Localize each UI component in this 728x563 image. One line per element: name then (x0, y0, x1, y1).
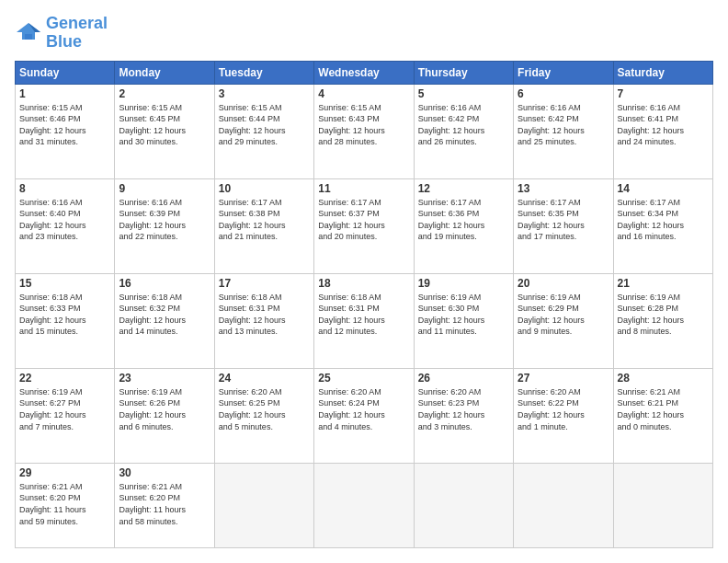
calendar-week: 1Sunrise: 6:15 AM Sunset: 6:46 PM Daylig… (16, 84, 713, 178)
dow-header: Saturday (613, 61, 712, 84)
day-info: Sunrise: 6:21 AM Sunset: 6:21 PM Dayligh… (618, 386, 709, 432)
day-number: 20 (518, 277, 609, 290)
day-info: Sunrise: 6:18 AM Sunset: 6:33 PM Dayligh… (19, 292, 110, 338)
calendar-cell: 7Sunrise: 6:16 AM Sunset: 6:41 PM Daylig… (613, 84, 712, 178)
calendar-cell: 30Sunrise: 6:21 AM Sunset: 6:20 PM Dayli… (115, 463, 214, 547)
calendar-cell: 11Sunrise: 6:17 AM Sunset: 6:37 PM Dayli… (314, 178, 414, 273)
calendar-cell: 19Sunrise: 6:19 AM Sunset: 6:30 PM Dayli… (414, 273, 513, 368)
day-info: Sunrise: 6:17 AM Sunset: 6:37 PM Dayligh… (318, 197, 409, 243)
logo: General Blue (15, 15, 108, 52)
day-info: Sunrise: 6:20 AM Sunset: 6:25 PM Dayligh… (219, 386, 310, 432)
dow-header: Wednesday (314, 61, 414, 84)
calendar-cell: 25Sunrise: 6:20 AM Sunset: 6:24 PM Dayli… (314, 368, 414, 463)
day-info: Sunrise: 6:19 AM Sunset: 6:29 PM Dayligh… (518, 292, 609, 338)
calendar-cell: 10Sunrise: 6:17 AM Sunset: 6:38 PM Dayli… (214, 178, 313, 273)
day-number: 30 (119, 466, 210, 479)
calendar-cell: 12Sunrise: 6:17 AM Sunset: 6:36 PM Dayli… (414, 178, 513, 273)
days-of-week-row: SundayMondayTuesdayWednesdayThursdayFrid… (16, 61, 713, 84)
page: General Blue SundayMondayTuesdayWednesda… (0, 0, 728, 563)
day-number: 11 (318, 182, 409, 195)
calendar-cell: 15Sunrise: 6:18 AM Sunset: 6:33 PM Dayli… (16, 273, 115, 368)
day-info: Sunrise: 6:16 AM Sunset: 6:41 PM Dayligh… (618, 102, 709, 148)
day-number: 13 (518, 182, 609, 195)
calendar-cell: 4Sunrise: 6:15 AM Sunset: 6:43 PM Daylig… (314, 84, 414, 178)
calendar-cell: 8Sunrise: 6:16 AM Sunset: 6:40 PM Daylig… (16, 178, 115, 273)
day-number: 12 (418, 182, 509, 195)
day-info: Sunrise: 6:16 AM Sunset: 6:42 PM Dayligh… (418, 102, 509, 148)
calendar-cell (613, 463, 712, 547)
day-info: Sunrise: 6:18 AM Sunset: 6:31 PM Dayligh… (219, 292, 310, 338)
day-number: 17 (219, 277, 310, 290)
day-number: 2 (119, 87, 210, 100)
day-info: Sunrise: 6:20 AM Sunset: 6:23 PM Dayligh… (418, 386, 509, 432)
day-info: Sunrise: 6:17 AM Sunset: 6:35 PM Dayligh… (518, 197, 609, 243)
calendar-cell: 23Sunrise: 6:19 AM Sunset: 6:26 PM Dayli… (115, 368, 214, 463)
dow-header: Friday (514, 61, 613, 84)
calendar-cell: 14Sunrise: 6:17 AM Sunset: 6:34 PM Dayli… (613, 178, 712, 273)
day-number: 14 (618, 182, 709, 195)
calendar-week: 29Sunrise: 6:21 AM Sunset: 6:20 PM Dayli… (16, 463, 713, 547)
day-number: 10 (219, 182, 310, 195)
day-info: Sunrise: 6:18 AM Sunset: 6:31 PM Dayligh… (318, 292, 409, 338)
day-info: Sunrise: 6:17 AM Sunset: 6:38 PM Dayligh… (219, 197, 310, 243)
day-info: Sunrise: 6:15 AM Sunset: 6:45 PM Dayligh… (119, 102, 210, 148)
day-number: 6 (518, 87, 609, 100)
calendar-cell: 6Sunrise: 6:16 AM Sunset: 6:42 PM Daylig… (514, 84, 613, 178)
dow-header: Tuesday (214, 61, 313, 84)
day-info: Sunrise: 6:17 AM Sunset: 6:34 PM Dayligh… (618, 197, 709, 243)
calendar-cell: 22Sunrise: 6:19 AM Sunset: 6:27 PM Dayli… (16, 368, 115, 463)
day-info: Sunrise: 6:19 AM Sunset: 6:26 PM Dayligh… (119, 386, 210, 432)
day-number: 9 (119, 182, 210, 195)
day-info: Sunrise: 6:16 AM Sunset: 6:40 PM Dayligh… (19, 197, 110, 243)
day-info: Sunrise: 6:16 AM Sunset: 6:42 PM Dayligh… (518, 102, 609, 148)
calendar-cell (414, 463, 513, 547)
day-info: Sunrise: 6:18 AM Sunset: 6:32 PM Dayligh… (119, 292, 210, 338)
calendar-cell: 29Sunrise: 6:21 AM Sunset: 6:20 PM Dayli… (16, 463, 115, 547)
day-number: 3 (219, 87, 310, 100)
calendar-cell: 3Sunrise: 6:15 AM Sunset: 6:44 PM Daylig… (214, 84, 313, 178)
calendar-cell: 21Sunrise: 6:19 AM Sunset: 6:28 PM Dayli… (613, 273, 712, 368)
day-number: 26 (418, 372, 509, 385)
day-number: 22 (19, 372, 110, 385)
day-info: Sunrise: 6:17 AM Sunset: 6:36 PM Dayligh… (418, 197, 509, 243)
day-number: 27 (518, 372, 609, 385)
day-number: 28 (618, 372, 709, 385)
day-number: 25 (318, 372, 409, 385)
dow-header: Sunday (16, 61, 115, 84)
logo-text: General Blue (46, 15, 108, 52)
day-number: 21 (618, 277, 709, 290)
calendar-week: 8Sunrise: 6:16 AM Sunset: 6:40 PM Daylig… (16, 178, 713, 273)
calendar-cell (314, 463, 414, 547)
calendar-week: 15Sunrise: 6:18 AM Sunset: 6:33 PM Dayli… (16, 273, 713, 368)
day-number: 4 (318, 87, 409, 100)
day-info: Sunrise: 6:15 AM Sunset: 6:46 PM Dayligh… (19, 102, 110, 148)
day-info: Sunrise: 6:15 AM Sunset: 6:43 PM Dayligh… (318, 102, 409, 148)
day-number: 23 (119, 372, 210, 385)
day-info: Sunrise: 6:20 AM Sunset: 6:24 PM Dayligh… (318, 386, 409, 432)
calendar-cell (514, 463, 613, 547)
day-number: 18 (318, 277, 409, 290)
calendar-week: 22Sunrise: 6:19 AM Sunset: 6:27 PM Dayli… (16, 368, 713, 463)
day-number: 7 (618, 87, 709, 100)
calendar-cell: 5Sunrise: 6:16 AM Sunset: 6:42 PM Daylig… (414, 84, 513, 178)
calendar-cell: 28Sunrise: 6:21 AM Sunset: 6:21 PM Dayli… (613, 368, 712, 463)
logo-icon (15, 19, 42, 47)
day-number: 16 (119, 277, 210, 290)
calendar-table: SundayMondayTuesdayWednesdayThursdayFrid… (15, 61, 713, 548)
calendar-cell: 13Sunrise: 6:17 AM Sunset: 6:35 PM Dayli… (514, 178, 613, 273)
calendar-cell: 18Sunrise: 6:18 AM Sunset: 6:31 PM Dayli… (314, 273, 414, 368)
day-info: Sunrise: 6:15 AM Sunset: 6:44 PM Dayligh… (219, 102, 310, 148)
svg-rect-2 (25, 34, 32, 40)
day-number: 19 (418, 277, 509, 290)
calendar-cell: 27Sunrise: 6:20 AM Sunset: 6:22 PM Dayli… (514, 368, 613, 463)
calendar-cell: 24Sunrise: 6:20 AM Sunset: 6:25 PM Dayli… (214, 368, 313, 463)
dow-header: Monday (115, 61, 214, 84)
calendar-cell (214, 463, 313, 547)
day-info: Sunrise: 6:21 AM Sunset: 6:20 PM Dayligh… (19, 481, 110, 527)
calendar-body: 1Sunrise: 6:15 AM Sunset: 6:46 PM Daylig… (16, 84, 713, 547)
day-info: Sunrise: 6:19 AM Sunset: 6:30 PM Dayligh… (418, 292, 509, 338)
calendar-cell: 16Sunrise: 6:18 AM Sunset: 6:32 PM Dayli… (115, 273, 214, 368)
day-info: Sunrise: 6:19 AM Sunset: 6:28 PM Dayligh… (618, 292, 709, 338)
day-number: 24 (219, 372, 310, 385)
day-number: 29 (19, 466, 110, 479)
